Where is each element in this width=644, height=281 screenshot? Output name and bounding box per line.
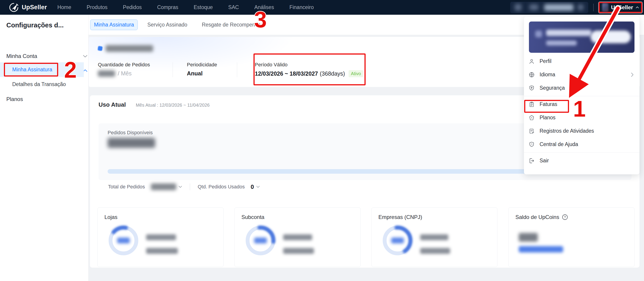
upcoins-details-link-redacted[interactable] xyxy=(519,246,563,252)
tab-minha-assinatura[interactable]: Minha Assinatura xyxy=(90,20,138,30)
caret-down-icon[interactable] xyxy=(256,186,260,188)
app-root: UpSeller Home Produtos Pedidos Compras E… xyxy=(0,0,644,281)
menu-item-central-ajuda[interactable]: ? Central de Ajuda xyxy=(524,138,640,151)
menu-item-faturas[interactable]: Faturas xyxy=(524,98,640,111)
usage-subtitle: Mês Atual : 12/03/2026 ~ 11/04/2026 xyxy=(136,102,210,108)
tab-resgate-recompensa[interactable]: Resgate de Recompensa xyxy=(194,22,268,28)
sidebar-title: Configurações d... xyxy=(6,22,64,29)
total-value-redacted xyxy=(146,248,178,254)
sidebar-item-label: Minha Conta xyxy=(6,53,37,59)
chevron-right-icon xyxy=(631,72,634,77)
status-badge: Ativo xyxy=(348,70,363,77)
plan-divider xyxy=(172,62,173,77)
nav-item-home[interactable]: Home xyxy=(57,4,71,10)
available-orders-label: Pedidos Disponíveis xyxy=(108,130,153,136)
user-dropdown-menu: Perfil Idioma xyxy=(524,16,640,174)
plan-banner-icon-redacted xyxy=(535,30,542,37)
navbar-divider xyxy=(593,4,594,11)
plan-qty-suffix: / Mês xyxy=(118,70,132,77)
usado-value-redacted xyxy=(283,234,312,240)
navbar-tools-redacted[interactable] xyxy=(510,2,588,13)
nav-item-analises[interactable]: Análises xyxy=(254,4,274,10)
nav-item-financeiro[interactable]: Financeiro xyxy=(290,4,314,10)
nav-item-produtos[interactable]: Produtos xyxy=(87,4,108,10)
plan-periodicity-label: Periodicidade xyxy=(187,62,217,68)
menu-divider xyxy=(524,96,640,96)
sidebar-item-label: Planos xyxy=(6,96,23,102)
nav-item-compras[interactable]: Compras xyxy=(157,4,178,10)
nav-item-pedidos[interactable]: Pedidos xyxy=(123,4,142,10)
plan-valid-label: Período Válido xyxy=(255,62,288,68)
plan-qty-redacted xyxy=(98,70,115,77)
total-value-redacted xyxy=(420,248,450,254)
plan-banner-title-redacted xyxy=(546,30,592,36)
brand-logo-text: UpSeller xyxy=(22,4,47,11)
chevron-down-icon xyxy=(83,55,88,58)
activity-log-icon xyxy=(529,128,534,134)
user-name: UpSeller xyxy=(611,4,633,11)
dropdown-items: Perfil Idioma xyxy=(524,54,640,167)
stat-card-title: Empresas (CNPJ) xyxy=(378,214,422,220)
upcoins-balance-redacted xyxy=(519,233,538,242)
settings-sidebar: Configurações d... Minha Conta Faturas M… xyxy=(0,15,88,281)
menu-item-label: Sair xyxy=(540,158,549,164)
plan-banner-subtitle-redacted xyxy=(546,40,577,46)
plan-name-row xyxy=(98,45,153,52)
top-navbar: UpSeller Home Produtos Pedidos Compras E… xyxy=(0,0,644,15)
total-value-redacted xyxy=(283,248,314,254)
stat-card-saldo-upcoins: Saldo de UpCoins ? xyxy=(508,208,634,267)
svg-text:?: ? xyxy=(531,143,532,146)
help-circle-icon[interactable]: ? xyxy=(562,214,568,220)
menu-item-seguranca[interactable]: Segurança xyxy=(524,81,640,95)
sidebar-item-planos[interactable]: Planos xyxy=(6,94,23,104)
plan-periodicity-value: Anual xyxy=(187,70,202,77)
total-orders-label: Total de Pedidos xyxy=(108,184,145,190)
used-orders-value: 0 xyxy=(251,184,254,190)
globe-icon xyxy=(529,72,534,78)
menu-item-label: Central de Ajuda xyxy=(540,141,578,148)
menu-item-label: Perfil xyxy=(540,58,551,64)
price-tag-icon: s xyxy=(529,115,534,121)
caret-down-icon[interactable] xyxy=(178,186,182,188)
usage-title: Uso Atual xyxy=(98,101,126,108)
user-avatar xyxy=(602,3,608,12)
plan-qty-value: / Mês xyxy=(98,70,132,77)
nav-item-estoque[interactable]: Estoque xyxy=(194,4,213,10)
person-icon xyxy=(529,58,534,64)
menu-item-registros-atividades[interactable]: Registros de Atividades xyxy=(524,124,640,138)
invoice-icon xyxy=(529,102,534,107)
menu-item-label: Segurança xyxy=(540,85,565,91)
menu-item-sair[interactable]: Sair xyxy=(524,154,640,167)
brand-logo[interactable]: UpSeller xyxy=(8,2,47,13)
user-menu-button[interactable]: UpSeller xyxy=(599,2,642,13)
used-orders-label: Qtd. Pedidos Usados xyxy=(198,184,245,190)
sidebar-item-label: Minha Assinatura xyxy=(12,66,52,72)
tab-servico-assinado[interactable]: Serviço Assinado xyxy=(140,22,194,28)
totals-divider xyxy=(190,184,190,190)
navbar-right-cluster: UpSeller xyxy=(510,0,642,15)
stat-cards-row: Lojas Subconta xyxy=(98,208,634,267)
menu-item-idioma[interactable]: Idioma xyxy=(524,68,640,81)
plan-valid-days: (368days) xyxy=(320,70,345,77)
usado-value-redacted xyxy=(146,234,176,240)
plan-banner-button-redacted[interactable] xyxy=(590,30,631,43)
sidebar-item-minha-conta[interactable]: Minha Conta xyxy=(6,51,37,61)
nav-item-sac[interactable]: SAC xyxy=(228,4,239,10)
stat-card-title-text: Saldo de UpCoins xyxy=(515,214,559,220)
svg-text:?: ? xyxy=(564,215,566,219)
menu-item-planos[interactable]: s Planos xyxy=(524,111,640,124)
donut-percent-redacted xyxy=(117,238,130,244)
donut-percent-redacted xyxy=(391,238,404,244)
sidebar-item-minha-assinatura[interactable]: Minha Assinatura xyxy=(12,66,52,73)
sidebar-item-detalhes-transacao[interactable]: Detalhes da Transação xyxy=(12,81,66,88)
stat-card-title: Lojas xyxy=(104,214,117,220)
plan-qty-label: Quantidade de Pedidos xyxy=(98,62,150,68)
donut-percent-redacted xyxy=(254,238,267,244)
sidebar-item-label: Detalhes da Transação xyxy=(12,81,66,87)
plan-gem-icon xyxy=(98,46,103,51)
menu-item-perfil[interactable]: Perfil xyxy=(524,54,640,68)
stat-card-title: Subconta xyxy=(242,214,264,220)
usado-value-redacted xyxy=(420,234,448,240)
stat-card-subconta: Subconta xyxy=(234,208,360,267)
shield-help-icon: ? xyxy=(529,142,534,148)
